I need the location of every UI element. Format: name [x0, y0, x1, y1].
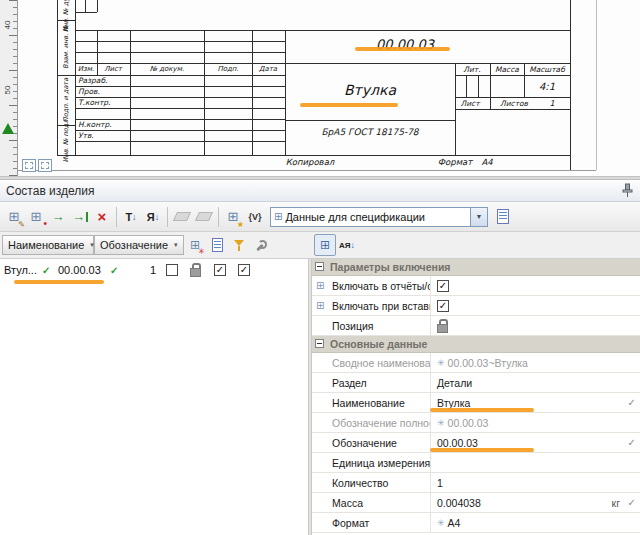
transfer-object-button[interactable]: →: [69, 206, 91, 228]
variables-button[interactable]: {V}: [244, 206, 266, 228]
column-header-designation[interactable]: Обозначение ▾: [94, 235, 184, 255]
prop-value[interactable]: ✳А4: [430, 513, 640, 532]
frame-line: [57, 0, 58, 155]
titleblock-part-name[interactable]: Втулка: [344, 82, 396, 98]
prop-value: ✳00.00.03~Втулка: [430, 353, 640, 372]
edit-object-button[interactable]: ⊞•: [25, 206, 47, 228]
section-title: Параметры включения: [330, 261, 450, 273]
props-section-inclusion[interactable]: Параметры включения: [312, 259, 640, 276]
sort-down-button[interactable]: Я↓: [142, 206, 164, 228]
prop-row-summary-name[interactable]: Сводное наименование ✳00.00.03~Втулка: [312, 353, 640, 373]
lock-icon: [190, 263, 201, 276]
prop-label: Позиция: [332, 320, 430, 332]
layout-mode-button[interactable]: [38, 159, 52, 172]
layout-mode-button[interactable]: [22, 159, 36, 172]
layout-icon: [25, 162, 33, 169]
toolbar-separator: [218, 207, 219, 227]
properties-grid[interactable]: Параметры включения ⊞ Включать в отчёты/…: [312, 259, 640, 535]
frame-line: [85, 0, 86, 12]
delete-object-button[interactable]: ×: [91, 206, 113, 228]
prop-value[interactable]: [430, 453, 640, 472]
document-button[interactable]: [206, 234, 228, 256]
eraser-icon: [195, 212, 213, 221]
checkbox-checked[interactable]: ✓: [214, 264, 226, 276]
prop-row-unit[interactable]: Единица измерения: [312, 453, 640, 473]
prop-value[interactable]: ✓: [430, 296, 640, 315]
prop-row-position[interactable]: Позиция: [312, 316, 640, 336]
minus-icon: [317, 343, 322, 344]
paper-edge: [18, 170, 596, 171]
report-button[interactable]: ⊞★: [222, 206, 244, 228]
eraser-button[interactable]: [171, 206, 193, 228]
copy-object-button[interactable]: →: [47, 206, 69, 228]
hdr-masshtab: Масштаб: [529, 65, 565, 74]
alphabetical-sort-button[interactable]: АЯ↓: [336, 234, 358, 256]
categorized-view-button[interactable]: ⊞: [314, 234, 336, 256]
frame-line: [478, 75, 479, 97]
chevron-down-icon: ▾: [174, 241, 178, 249]
column-header-label: Наименование: [8, 239, 84, 251]
eraser-all-button[interactable]: [193, 206, 215, 228]
panel-header: Состав изделия: [0, 180, 640, 202]
prop-label: Формат: [332, 517, 430, 529]
star-icon: ✳: [198, 248, 205, 256]
composition-list[interactable]: Втул... ✓ 00.00.03 ✓ 1 ✓ ✓: [0, 259, 308, 535]
app-window: 00.00.03 Втулка БрА5 ГОСТ 18175-78 4:1 И…: [0, 0, 640, 535]
pin-icon[interactable]: [620, 183, 634, 199]
spec-settings-button[interactable]: [492, 206, 514, 228]
settings-button[interactable]: [250, 234, 272, 256]
props-section-main[interactable]: Основные данные: [312, 336, 640, 353]
columns-button[interactable]: ⊞✳: [184, 234, 206, 256]
prop-value[interactable]: ✓: [430, 276, 640, 295]
star-icon: ★: [237, 221, 244, 229]
col-header-data: Дата: [259, 65, 277, 73]
frame-line: [97, 0, 98, 12]
ruler-label: 50: [3, 86, 12, 95]
prop-value[interactable]: 0.004038: [430, 493, 640, 512]
collapse-icon[interactable]: [315, 262, 324, 271]
prop-row-format[interactable]: Формат ✳А4: [312, 513, 640, 533]
frame-line: [57, 75, 75, 76]
add-object-button[interactable]: ⊞✎: [3, 206, 25, 228]
filter-button[interactable]: [228, 234, 250, 256]
hdr-lit: Лит.: [463, 65, 480, 74]
check-icon: ✓: [628, 497, 636, 508]
prop-row-mass[interactable]: Масса 0.004038 кг ✓: [312, 493, 640, 513]
prop-label: Раздел: [332, 377, 430, 389]
drawing-viewport[interactable]: 00.00.03 Втулка БрА5 ГОСТ 18175-78 4:1 И…: [0, 0, 640, 176]
side-label: Подп. и дата: [62, 78, 70, 122]
prop-value[interactable]: [430, 316, 640, 335]
lbl-list: Лист: [460, 99, 479, 108]
sort-letter-icon: Т: [125, 211, 132, 223]
spec-data-combobox[interactable]: ⊞ Данные для спецификации ▼: [270, 207, 488, 227]
checkbox-checked[interactable]: ✓: [238, 264, 250, 276]
default-snowflake-icon: ✳: [437, 518, 445, 528]
role-razrab: Разраб.: [78, 76, 107, 85]
az-letters-icon: АЯ: [339, 241, 351, 250]
column-header-name[interactable]: Наименование ▾: [2, 235, 94, 255]
list-row[interactable]: Втул... ✓ 00.00.03 ✓ 1 ✓ ✓: [0, 259, 308, 279]
prop-value[interactable]: Детали: [430, 373, 640, 392]
document-lines-icon: [499, 212, 507, 220]
checkbox-checked[interactable]: ✓: [437, 300, 449, 312]
prop-row-designation-full[interactable]: Обозначение полное ✳00.00.03: [312, 413, 640, 433]
checkbox-checked[interactable]: ✓: [437, 280, 449, 292]
prop-row-name[interactable]: Наименование Втулка ✓: [312, 393, 640, 413]
frame-line: [130, 30, 131, 155]
prop-row-include-insert[interactable]: ⊞ Включать при вставк ✓: [312, 296, 640, 316]
sort-up-button[interactable]: Т↓: [120, 206, 142, 228]
prop-value[interactable]: 1: [430, 473, 640, 492]
collapse-icon[interactable]: [315, 339, 324, 348]
titleblock-material[interactable]: БрА5 ГОСТ 18175-78: [321, 127, 418, 137]
prop-row-include-reports[interactable]: ⊞ Включать в отчёты/с ✓: [312, 276, 640, 296]
check-icon: ✓: [439, 301, 447, 311]
annotation-underline: [355, 47, 450, 51]
chevron-down-icon[interactable]: ▼: [470, 208, 487, 226]
side-label: Инв. № подл.: [62, 118, 70, 163]
prop-value-text: 0.004038: [437, 497, 481, 509]
prop-row-designation[interactable]: Обозначение 00.00.03 ✓: [312, 433, 640, 453]
prop-row-quantity[interactable]: Количество 1: [312, 473, 640, 493]
prop-row-section[interactable]: Раздел Детали: [312, 373, 640, 393]
checkbox-unchecked[interactable]: [166, 264, 178, 276]
check-icon: ✓: [216, 265, 224, 275]
